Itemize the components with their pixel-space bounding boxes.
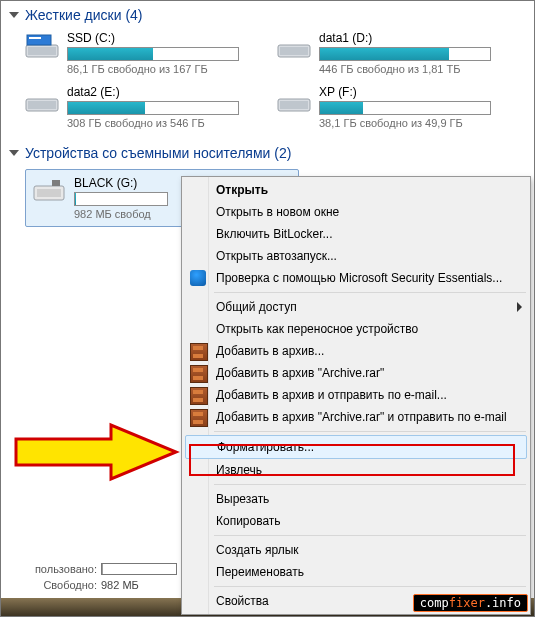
ctx-rar-mail[interactable]: Добавить в архив и отправить по e-mail..…: [184, 384, 528, 406]
ctx-rename[interactable]: Переименовать: [184, 561, 528, 583]
ctx-open-portable[interactable]: Открыть как переносное устройство: [184, 318, 528, 340]
hdd-icon: [277, 31, 311, 61]
drive-usage-bar: [319, 101, 491, 115]
removable-drive-icon: [32, 176, 66, 206]
ctx-eject[interactable]: Извлечь: [184, 459, 528, 481]
ctx-format[interactable]: Форматировать...: [185, 435, 527, 459]
drive-label: SSD (C:): [67, 31, 265, 45]
drive-usage-bar: [74, 192, 168, 206]
section-title: Устройства со съемными носителями (2): [25, 145, 291, 161]
submenu-arrow-icon: [517, 302, 522, 312]
drive-free-text: 308 ГБ свободно из 546 ГБ: [67, 117, 265, 129]
svg-rect-5: [280, 47, 308, 55]
watermark-badge: compfixer.info: [413, 594, 528, 612]
drive-item[interactable]: data2 (E:) 308 ГБ свободно из 546 ГБ: [25, 85, 265, 129]
annotation-arrow-icon: [11, 421, 181, 483]
ctx-security-essentials[interactable]: Проверка с помощью Microsoft Security Es…: [184, 267, 528, 289]
menu-separator: [214, 535, 526, 536]
ctx-cut[interactable]: Вырезать: [184, 488, 528, 510]
ctx-rar-add-named[interactable]: Добавить в архив "Archive.rar": [184, 362, 528, 384]
status-free-value: 982 МБ: [101, 579, 139, 591]
ctx-open-new-window[interactable]: Открыть в новом окне: [184, 201, 528, 223]
drive-item[interactable]: data1 (D:) 446 ГБ свободно из 1,81 ТБ: [277, 31, 517, 75]
drive-item[interactable]: XP (F:) 38,1 ГБ свободно из 49,9 ГБ: [277, 85, 517, 129]
svg-rect-11: [37, 189, 61, 197]
hdd-icon: [25, 31, 59, 61]
status-used-row: пользовано:: [7, 563, 187, 575]
hdd-drive-grid: SSD (C:) 86,1 ГБ свободно из 167 ГБ data…: [1, 27, 534, 139]
drive-usage-bar: [67, 101, 239, 115]
menu-separator: [214, 484, 526, 485]
svg-rect-1: [28, 47, 56, 55]
drive-usage-bar: [319, 47, 491, 61]
hdd-icon: [277, 85, 311, 115]
shield-icon: [190, 270, 206, 286]
ctx-autoplay[interactable]: Открыть автозапуск...: [184, 245, 528, 267]
menu-separator: [214, 292, 526, 293]
ctx-open[interactable]: Открыть: [184, 179, 528, 201]
winrar-icon: [190, 387, 208, 405]
ctx-bitlocker[interactable]: Включить BitLocker...: [184, 223, 528, 245]
drive-item[interactable]: SSD (C:) 86,1 ГБ свободно из 167 ГБ: [25, 31, 265, 75]
ctx-rar-add[interactable]: Добавить в архив...: [184, 340, 528, 362]
drive-usage-bar: [67, 47, 239, 61]
winrar-icon: [190, 409, 208, 427]
section-header-removable[interactable]: Устройства со съемными носителями (2): [9, 145, 534, 161]
status-used-bar: [101, 563, 177, 575]
status-used-label: пользовано:: [7, 563, 97, 575]
drive-label: data1 (D:): [319, 31, 517, 45]
menu-separator: [214, 431, 526, 432]
chevron-down-icon: [9, 12, 19, 18]
hdd-icon: [25, 85, 59, 115]
drive-label: XP (F:): [319, 85, 517, 99]
svg-rect-2: [27, 35, 51, 45]
ctx-share[interactable]: Общий доступ: [184, 296, 528, 318]
context-menu: Открыть Открыть в новом окне Включить Bi…: [181, 176, 531, 615]
winrar-icon: [190, 343, 208, 361]
section-title: Жесткие диски (4): [25, 7, 143, 23]
svg-rect-3: [29, 37, 41, 39]
svg-rect-12: [52, 180, 60, 186]
chevron-down-icon: [9, 150, 19, 156]
drive-free-text: 86,1 ГБ свободно из 167 ГБ: [67, 63, 265, 75]
svg-rect-7: [28, 101, 56, 109]
drive-free-text: 446 ГБ свободно из 1,81 ТБ: [319, 63, 517, 75]
ctx-create-shortcut[interactable]: Создать ярлык: [184, 539, 528, 561]
ctx-rar-named-mail[interactable]: Добавить в архив "Archive.rar" и отправи…: [184, 406, 528, 428]
section-header-hdd[interactable]: Жесткие диски (4): [9, 7, 534, 23]
winrar-icon: [190, 365, 208, 383]
drive-free-text: 38,1 ГБ свободно из 49,9 ГБ: [319, 117, 517, 129]
status-free-label: Свободно:: [7, 579, 97, 591]
status-panel: пользовано: Свободно: 982 МБ: [1, 556, 187, 598]
menu-separator: [214, 586, 526, 587]
status-free-row: Свободно: 982 МБ: [7, 579, 187, 591]
ctx-copy[interactable]: Копировать: [184, 510, 528, 532]
drive-label: data2 (E:): [67, 85, 265, 99]
svg-rect-9: [280, 101, 308, 109]
